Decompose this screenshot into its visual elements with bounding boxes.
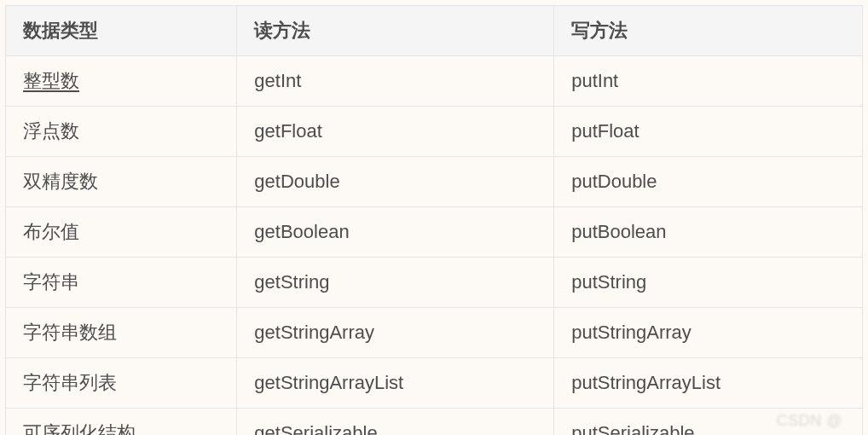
table-row: 浮点数 getFloat putFloat bbox=[6, 107, 863, 157]
table-row: 布尔值 getBoolean putBoolean bbox=[6, 207, 863, 258]
cell-write: putStringArrayList bbox=[554, 358, 863, 409]
cell-write: putFloat bbox=[554, 107, 863, 157]
table-row: 字符串列表 getStringArrayList putStringArrayL… bbox=[6, 358, 863, 409]
table-row: 双精度数 getDouble putDouble bbox=[6, 157, 863, 207]
methods-table: 数据类型 读方法 写方法 整型数 getInt putInt 浮点数 getFl… bbox=[5, 5, 863, 435]
cell-read: getSerializable bbox=[237, 409, 554, 436]
table-row: 字符串 getString putString bbox=[6, 258, 863, 308]
cell-write: putDouble bbox=[554, 157, 863, 207]
cell-write: putString bbox=[554, 258, 863, 308]
table-row: 整型数 getInt putInt bbox=[6, 56, 863, 107]
cell-read: getStringArray bbox=[237, 308, 554, 358]
cell-write: putBoolean bbox=[554, 207, 863, 258]
cell-read: getBoolean bbox=[237, 207, 554, 258]
cell-read: getFloat bbox=[237, 107, 554, 157]
cell-type[interactable]: 整型数 bbox=[6, 56, 237, 107]
cell-write: putSerializable bbox=[554, 409, 863, 436]
col-header-read: 读方法 bbox=[237, 6, 554, 56]
cell-type: 字符串 bbox=[6, 258, 237, 308]
cell-type: 双精度数 bbox=[6, 157, 237, 207]
cell-read: getInt bbox=[237, 56, 554, 107]
cell-type: 字符串数组 bbox=[6, 308, 237, 358]
cell-type: 浮点数 bbox=[6, 107, 237, 157]
cell-type: 布尔值 bbox=[6, 207, 237, 258]
type-link[interactable]: 整型数 bbox=[23, 70, 79, 91]
table-header-row: 数据类型 读方法 写方法 bbox=[6, 6, 863, 56]
col-header-type: 数据类型 bbox=[6, 6, 237, 56]
cell-type: 可序列化结构 bbox=[6, 409, 237, 436]
table-row: 可序列化结构 getSerializable putSerializable bbox=[6, 409, 863, 436]
cell-type: 字符串列表 bbox=[6, 358, 237, 409]
table-row: 字符串数组 getStringArray putStringArray bbox=[6, 308, 863, 358]
cell-write: putInt bbox=[554, 56, 863, 107]
col-header-write: 写方法 bbox=[554, 6, 863, 56]
cell-read: getStringArrayList bbox=[237, 358, 554, 409]
cell-read: getDouble bbox=[237, 157, 554, 207]
cell-read: getString bbox=[237, 258, 554, 308]
cell-write: putStringArray bbox=[554, 308, 863, 358]
